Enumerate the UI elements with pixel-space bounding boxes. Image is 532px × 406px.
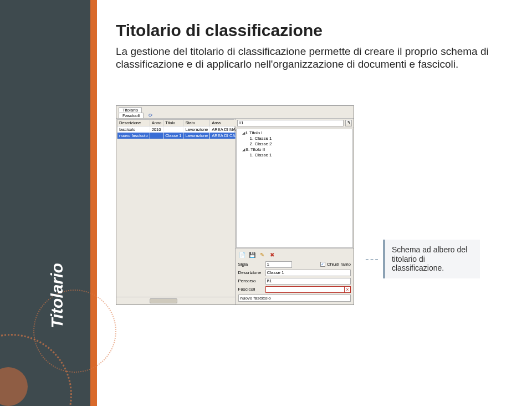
chiudi-checkbox[interactable]: ✓ Chiudi ramo xyxy=(320,262,351,267)
slide-title: Titolario di classificazione xyxy=(116,21,510,40)
percorso-label: Percorso xyxy=(238,278,263,283)
sigla-label: Sigla xyxy=(238,262,263,267)
collapse-icon[interactable]: ◢ xyxy=(242,131,245,135)
new-icon[interactable]: 📄 xyxy=(238,251,246,259)
h-scrollbar[interactable] xyxy=(116,297,235,304)
parent-path-button[interactable]: ↰ xyxy=(345,120,352,126)
sidebar-decor: Titolario xyxy=(0,0,97,406)
descrizione-field[interactable]: Classe 1 xyxy=(265,270,351,276)
callout-box: Schema ad albero del titolario di classi… xyxy=(383,240,480,278)
path-input[interactable]: I\1 xyxy=(237,120,344,126)
col-anno[interactable]: Anno xyxy=(150,120,163,126)
descrizione-label: Descrizione xyxy=(238,270,263,275)
app-window: Titolario Fascicoli ⟳ Descrizione Anno T… xyxy=(116,105,354,305)
fascicoli-label: Fascicoli xyxy=(238,287,263,292)
tree-node[interactable]: 1. Classe 1 xyxy=(238,153,352,158)
tab-fascicoli[interactable]: Fascicoli xyxy=(119,113,144,118)
refresh-icon[interactable]: ⟳ xyxy=(149,113,153,118)
save-icon[interactable]: 💾 xyxy=(248,251,256,259)
tree-node[interactable]: 2. Classe 2 xyxy=(238,141,352,147)
percorso-field[interactable]: I\1 xyxy=(265,278,351,285)
tree-node[interactable]: I. Titolo I xyxy=(246,130,263,135)
detail-form: 📄 💾 ✎ ✖ Sigla 1 ✓ Chiudi ramo xyxy=(236,248,354,304)
vertical-section-label: Titolario xyxy=(48,263,66,328)
delete-icon[interactable]: ✖ xyxy=(268,251,276,259)
tab-titolario[interactable]: Titolario xyxy=(119,107,142,113)
chiudi-label: Chiudi ramo xyxy=(327,262,351,267)
slide-body: La gestione del titolario di classificaz… xyxy=(116,45,510,71)
fascicoli-list-pane: Descrizione Anno Titolo Stato Area Data … xyxy=(116,119,236,304)
clear-fascicoli-icon[interactable]: × xyxy=(344,286,351,293)
titolario-pane: I\1 ↰ ◢I. Titolo I 1. Classe 1 2. Classe… xyxy=(236,119,354,304)
tree-node[interactable]: 1. Classe 1 xyxy=(238,136,352,141)
fascicoli-list-item[interactable]: nuovo fascicolo xyxy=(238,295,351,302)
fascicoli-field[interactable]: × xyxy=(265,286,351,293)
collapse-icon[interactable]: ◢ xyxy=(242,148,245,151)
callout-connector: --- xyxy=(365,253,380,266)
col-descrizione[interactable]: Descrizione xyxy=(117,120,150,126)
tree-node[interactable]: II. Titolo II xyxy=(246,147,265,152)
edit-icon[interactable]: ✎ xyxy=(258,251,266,259)
sigla-field[interactable]: 1 xyxy=(265,261,292,268)
titolario-tree[interactable]: ◢I. Titolo I 1. Classe 1 2. Classe 2 ◢II… xyxy=(236,129,354,248)
slide-content: Titolario di classificazione La gestione… xyxy=(97,0,532,406)
col-stato[interactable]: Stato xyxy=(183,120,210,126)
col-titolo[interactable]: Titolo xyxy=(163,120,183,126)
